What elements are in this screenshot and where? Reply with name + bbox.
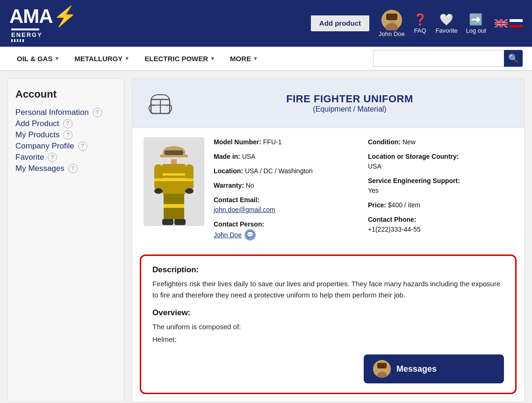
- product-category-icon: [144, 86, 177, 120]
- nav-more[interactable]: MORE ▼: [223, 48, 266, 70]
- svg-rect-4: [386, 14, 397, 20]
- svg-rect-35: [377, 363, 387, 368]
- svg-rect-8: [510, 25, 523, 28]
- user-name: John Doe: [379, 30, 405, 37]
- model-number-value: FFU-1: [263, 138, 282, 146]
- logo-ama: AMA: [9, 5, 53, 28]
- helmet-text: Helmet:: [152, 335, 504, 343]
- nav-menu: OIL & GAS ▼ METALLURGY ▼ ELECTRIC POWER …: [9, 48, 373, 70]
- search-input[interactable]: [373, 50, 504, 67]
- logo-energy: ENERGY: [11, 31, 43, 38]
- service-engineering-label: Service Engineering Support:: [368, 177, 460, 184]
- condition-label: Condition:: [368, 138, 401, 146]
- main-content: Account Personal Information ? Add Produ…: [0, 71, 532, 402]
- logout-link[interactable]: ➡️ Log out: [466, 13, 486, 34]
- svg-point-24: [154, 188, 163, 194]
- faq-icon: ❓: [413, 13, 427, 26]
- overview-heading: Overview:: [152, 308, 504, 318]
- service-engineering-value: Yes: [368, 187, 379, 194]
- warranty-label: Warranty:: [214, 182, 244, 189]
- chevron-down-icon: ▼: [124, 56, 129, 61]
- product-icon-box: [144, 86, 177, 120]
- chevron-down-icon: ▼: [253, 56, 258, 61]
- user-profile-link[interactable]: John Doe: [379, 10, 405, 37]
- my-messages-link[interactable]: My Messages: [15, 164, 65, 173]
- product-title: FIRE FIGHTER UNIFORM: [187, 93, 513, 105]
- favorite-link[interactable]: 🤍 Favorite: [436, 13, 458, 34]
- warranty-row: Warranty: No: [214, 181, 359, 191]
- messages-button[interactable]: Messages: [364, 354, 504, 383]
- search-button[interactable]: 🔍: [504, 50, 523, 67]
- svg-rect-15: [165, 150, 183, 155]
- navbar: OIL & GAS ▼ METALLURGY ▼ ELECTRIC POWER …: [0, 47, 532, 71]
- personal-information-link[interactable]: Personal Information: [15, 108, 89, 117]
- svg-rect-19: [162, 173, 186, 176]
- personal-info-help-icon[interactable]: ?: [93, 108, 102, 117]
- price-row: Price: $400 / item: [368, 200, 513, 210]
- sidebar-item-my-messages: My Messages ?: [15, 164, 116, 173]
- chat-bubble-icon[interactable]: 💬: [244, 229, 256, 240]
- chevron-down-icon: ▼: [210, 56, 215, 61]
- overview-text: The uniform is composed of:: [152, 321, 504, 332]
- storage-country-row: Location or Storage Country: USA: [368, 152, 513, 171]
- location-label: Location:: [214, 167, 243, 175]
- logo-bolt: ⚡: [53, 5, 77, 28]
- add-product-button[interactable]: Add product: [310, 14, 370, 32]
- product-title-wrap: FIRE FIGHTER UNIFORM (Equipment / Materi…: [187, 93, 513, 113]
- svg-rect-28: [164, 209, 173, 220]
- condition-row: Condition: New: [368, 137, 513, 147]
- price-value: $400 / item: [388, 201, 420, 209]
- contact-email-label: Contact Email:: [214, 196, 259, 204]
- svg-rect-7: [510, 22, 523, 25]
- details-left: Model Number: FFU-1 Made in: USA Locatio…: [214, 137, 359, 245]
- nav-electric-power-label: ELECTRIC POWER: [144, 55, 208, 63]
- favorite-label: Favorite: [436, 27, 458, 34]
- made-in-row: Made in: USA: [214, 152, 359, 162]
- logo-stripe: [11, 39, 25, 42]
- contact-email-row: Contact Email: john.doe@gmail.com: [214, 195, 359, 215]
- company-profile-help-icon[interactable]: ?: [78, 141, 87, 151]
- add-product-link[interactable]: Add Product: [15, 119, 59, 128]
- company-profile-link[interactable]: Company Profile: [15, 141, 74, 151]
- faq-label: FAQ: [414, 27, 426, 34]
- svg-rect-21: [185, 164, 194, 190]
- nav-electric-power[interactable]: ELECTRIC POWER ▼: [137, 48, 223, 70]
- sidebar: Account Personal Information ? Add Produ…: [7, 78, 124, 402]
- search-bar: 🔍: [373, 50, 523, 67]
- logo[interactable]: AMA ⚡ ENERGY: [9, 5, 77, 42]
- contact-person-label: Contact Person:: [214, 220, 264, 228]
- sidebar-item-company-profile: Company Profile ?: [15, 141, 116, 151]
- favorite-help-icon[interactable]: ?: [48, 153, 57, 162]
- svg-rect-22: [154, 178, 163, 181]
- location-value: USA / DC / Washington: [245, 167, 313, 175]
- my-products-help-icon[interactable]: ?: [63, 130, 72, 140]
- my-messages-help-icon[interactable]: ?: [68, 164, 78, 173]
- svg-rect-29: [175, 209, 184, 220]
- add-product-help-icon[interactable]: ?: [63, 119, 72, 128]
- svg-rect-31: [174, 219, 186, 225]
- contact-email-value[interactable]: john.doe@gmail.com: [214, 206, 275, 213]
- messages-label: Messages: [396, 364, 437, 374]
- contact-person-row: Contact Person: John Doe 💬: [214, 219, 359, 240]
- logout-icon: ➡️: [469, 13, 483, 26]
- description-heading: Description:: [152, 265, 504, 275]
- faq-link[interactable]: ❓ FAQ: [413, 13, 427, 34]
- logout-label: Log out: [466, 27, 486, 34]
- nav-metallurgy[interactable]: METALLURGY ▼: [67, 48, 137, 70]
- nav-oil-gas[interactable]: OIL & GAS ▼: [9, 48, 67, 70]
- contact-phone-label: Contact Phone:: [368, 216, 416, 223]
- product-image-col: [144, 137, 204, 245]
- favorite-sidebar-link[interactable]: Favorite: [15, 153, 44, 162]
- contact-phone-row: Contact Phone: +1(222)333-44-55: [368, 215, 513, 234]
- nav-oil-gas-label: OIL & GAS: [17, 55, 52, 63]
- details-right: Condition: New Location or Storage Count…: [368, 137, 513, 245]
- flag-uk[interactable]: [495, 19, 508, 28]
- model-number-label: Model Number:: [214, 138, 261, 146]
- header-nav: Add product John Doe ❓ FAQ 🤍 Favorite: [310, 10, 523, 37]
- my-products-link[interactable]: My Products: [15, 130, 59, 140]
- contact-person-value-row: John Doe 💬: [214, 229, 359, 240]
- contact-person-link[interactable]: John Doe: [214, 230, 242, 240]
- svg-rect-20: [154, 164, 163, 190]
- flag-ru[interactable]: [510, 19, 523, 28]
- warranty-value: No: [246, 182, 254, 189]
